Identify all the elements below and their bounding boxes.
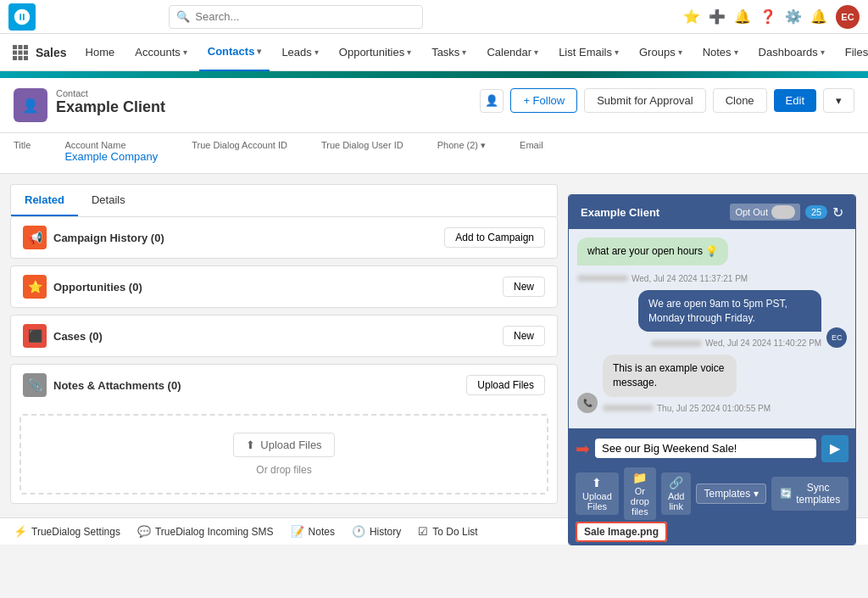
field-title-label: Title [14,140,31,150]
nav-files[interactable]: Files ▾ [837,34,868,71]
bottom-todo[interactable]: ☑ To Do List [418,525,477,538]
opt-out-toggle[interactable] [771,205,795,219]
tab-bar: Related Details [10,184,558,216]
star-icon[interactable]: ⭐ [683,8,700,25]
tab-details[interactable]: Details [78,185,139,216]
contact-record-icon: 👤 [14,88,47,122]
sync-templates-button[interactable]: 🔄 Sync templates [771,477,849,511]
notes-icon: 📎 [23,373,47,397]
notification-icon[interactable]: 🔔 [810,8,827,25]
new-opportunity-button[interactable]: New [503,277,545,297]
chat-input-area: ➡ ▶ ⬆ UploadFiles 📁 Or dropfiles [569,428,855,545]
record-header: 👤 Contact Example Client 👤 + Follow Subm… [0,78,868,133]
opportunities-section: ⭐ Opportunities (0) New [10,265,558,308]
app-launcher[interactable] [8,41,32,64]
cases-title: ⬛ Cases (0) [23,324,103,348]
history-icon: 🕐 [352,525,365,538]
field-email-label: Email [520,140,543,150]
bottom-notes[interactable]: 📝 Notes [291,525,335,538]
top-icons: ⭐ ➕ 🔔 ❓ ⚙️ 🔔 EC [683,5,860,29]
bottom-history[interactable]: 🕐 History [352,525,401,538]
bottom-truedialog-sms[interactable]: 💬 TrueDialog Incoming SMS [137,525,274,538]
record-fields: Title Account Name Example Company True … [0,133,868,174]
outgoing-message-1: We are open 9am to 5pm PST, Monday throu… [638,290,821,333]
todo-icon: ☑ [418,525,428,538]
cases-icon: ⬛ [23,324,47,348]
notes-bottom-icon: 📝 [291,525,304,538]
message-row-1: what are your open hours 💡 Wed, Jul 24 2… [577,238,847,283]
chat-input-wrapper [595,439,816,458]
field-true-dialog-account: True Dialog Account ID [192,140,287,163]
follow-button[interactable]: + Follow [510,88,577,113]
nav-accounts[interactable]: Accounts ▾ [126,34,195,71]
chevron-down-icon: ▾ [754,488,759,500]
field-account-name-value[interactable]: Example Company [64,150,158,163]
bottom-truedialog-settings[interactable]: ⚡ TrueDialog Settings [14,525,120,538]
nav-tasks[interactable]: Tasks ▾ [423,34,475,71]
refresh-icon[interactable]: ↻ [832,204,843,221]
opt-out-badge: Opt Out [730,204,800,221]
nav-contacts[interactable]: Contacts ▾ [199,34,270,71]
nav-home[interactable]: Home [77,34,124,71]
user-avatar[interactable]: EC [836,5,860,29]
field-title: Title [14,140,31,163]
notes-header[interactable]: 📎 Notes & Attachments (0) Upload Files [11,365,557,405]
send-button[interactable]: ▶ [821,435,849,462]
salesforce-logo[interactable] [8,3,36,31]
teal-accent-stripe [0,71,868,78]
upload-files-chat-button[interactable]: ⬆ UploadFiles [576,472,619,515]
add-link-label: Addlink [668,491,685,511]
bell-icon[interactable]: 🔔 [734,8,751,25]
svg-rect-8 [24,56,28,60]
drop-files-chat-button[interactable]: 📁 Or dropfiles [624,467,656,520]
sync-icon: 🔄 [780,488,793,500]
edit-button[interactable]: Edit [774,89,816,112]
search-input[interactable] [195,10,415,23]
nav-notes[interactable]: Notes ▾ [694,34,747,71]
new-case-button[interactable]: New [503,326,545,346]
message-count-badge: 25 [805,205,827,219]
nav-list-emails[interactable]: List Emails ▾ [550,34,627,71]
svg-rect-2 [24,45,28,49]
submit-approval-button[interactable]: Submit for Approval [584,88,705,113]
settings-icon[interactable]: ⚙️ [785,8,802,25]
nav-brand[interactable]: Sales [36,46,67,59]
upload-icon: ⬆ [246,439,255,451]
link-icon: 🔗 [669,476,683,489]
person-icon[interactable]: 👤 [480,89,504,113]
field-true-dialog-account-label: True Dialog Account ID [192,140,287,150]
nav-groups[interactable]: Groups ▾ [631,34,691,71]
incoming-message-1: what are your open hours 💡 [577,238,728,265]
templates-dropdown[interactable]: Templates ▾ [696,483,766,504]
sender-avatar: EC [826,327,847,348]
voice-avatar: 📞 [577,393,598,413]
add-link-button[interactable]: 🔗 Addlink [661,472,692,515]
campaign-history-header[interactable]: 📢 Campaign History (0) Add to Campaign [11,217,557,258]
sender-blurred-3 [603,405,654,411]
add-to-campaign-button[interactable]: Add to Campaign [444,227,545,248]
nav-calendar[interactable]: Calendar ▾ [478,34,547,71]
opportunities-icon: ⭐ [23,275,47,299]
cases-section: ⬛ Cases (0) New [10,315,558,357]
nav-leads[interactable]: Leads ▾ [273,34,326,71]
upload-files-inner-button[interactable]: ⬆ Upload Files [233,433,334,457]
templates-label: Templates [704,488,750,500]
message-time-1: Wed, Jul 24 2024 11:37:21 PM [632,274,748,283]
svg-rect-3 [13,50,17,54]
chat-header: Example Client Opt Out 25 ↻ [569,195,855,229]
chat-input[interactable] [602,442,810,455]
nav-opportunities[interactable]: Opportunities ▾ [331,34,420,71]
file-badge[interactable]: Sale Image.png [576,522,667,542]
nav-dashboards[interactable]: Dashboards ▾ [750,34,833,71]
opportunities-header[interactable]: ⭐ Opportunities (0) New [11,266,557,307]
more-actions-button[interactable]: ▾ [823,88,854,113]
add-icon[interactable]: ➕ [709,8,726,25]
tab-related[interactable]: Related [11,185,78,216]
svg-rect-1 [19,45,23,49]
help-icon[interactable]: ❓ [760,8,776,25]
clone-button[interactable]: Clone [713,88,767,113]
upload-files-button[interactable]: Upload Files [466,375,545,395]
drop-icon: 📁 [632,471,647,484]
cases-header[interactable]: ⬛ Cases (0) New [11,316,557,356]
file-badge-row: Sale Image.png [576,525,849,538]
